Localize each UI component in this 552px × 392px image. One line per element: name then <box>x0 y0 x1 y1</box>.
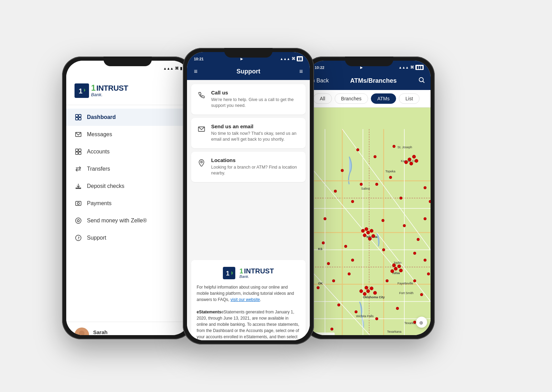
nav-item-accounts[interactable]: Accounts <box>66 143 189 160</box>
notch-right <box>345 57 393 66</box>
back-button[interactable]: ‹ Back <box>313 78 329 84</box>
phone-left-screen: ▲▲▲ ⌘ ▮ 1 <box>66 61 189 335</box>
user-info: Sarah sarahtestaccount <box>93 329 172 335</box>
svg-point-94 <box>413 252 416 254</box>
svg-text:⊕: ⊕ <box>419 320 423 325</box>
nav-payments-label: Payments <box>87 200 111 207</box>
svg-point-81 <box>334 190 337 192</box>
svg-point-15 <box>76 235 81 241</box>
info-logo: 1 1 INTRUST Bank. <box>197 267 300 279</box>
svg-text:KS: KS <box>318 247 323 250</box>
svg-point-60 <box>372 234 375 238</box>
hamburger-icon-left[interactable]: ≡ <box>194 68 198 75</box>
svg-marker-1 <box>84 88 86 92</box>
nav-item-support[interactable]: Support <box>66 229 189 247</box>
svg-point-63 <box>361 229 365 232</box>
svg-point-115 <box>424 259 426 261</box>
info-link[interactable]: visit our website <box>230 297 260 302</box>
payments-icon <box>75 200 82 207</box>
battery-icon-center: ▮▮ <box>297 56 303 61</box>
nav-zelle-label: Send money with Zelle® <box>87 218 147 224</box>
support-card-email[interactable]: Send us an email No time to talk now? Th… <box>191 118 306 148</box>
atm-screen: All Branches ATMs List <box>308 90 431 335</box>
battery-icon-right: ▮▮▮ <box>415 65 424 70</box>
nav-menu: Dashboard Messages <box>66 105 189 322</box>
svg-text:Oklahoma City: Oklahoma City <box>363 295 385 299</box>
support-card-call[interactable]: Call us We're here to help. Give us a ca… <box>191 84 306 114</box>
chevron-down-icon[interactable]: ⌄ <box>177 332 181 335</box>
user-section[interactable]: Sarah sarahtestaccount ⌄ <box>66 322 189 335</box>
svg-point-73 <box>399 269 403 272</box>
info-logo-text: 1 INTRUST Bank. <box>239 268 274 279</box>
status-icons-center: ▲▲▲ ⌘ ▮▮ <box>280 56 303 61</box>
info-intrust: INTRUST <box>244 268 274 274</box>
tab-all[interactable]: All <box>313 93 332 104</box>
support-card-locations[interactable]: Locations Looking for a branch or ATM? F… <box>191 152 306 182</box>
info-text-2: . <box>260 297 261 302</box>
svg-point-85 <box>324 217 326 220</box>
svg-text:OK: OK <box>318 281 323 285</box>
svg-point-95 <box>337 303 340 306</box>
search-button[interactable] <box>418 77 425 85</box>
email-desc: No time to talk now? That's okay, send u… <box>211 131 300 143</box>
svg-point-105 <box>424 186 426 189</box>
hamburger-icon-right[interactable]: ≡ <box>299 68 303 75</box>
nav-item-messages[interactable]: Messages <box>66 126 189 143</box>
tab-branches[interactable]: Branches <box>335 93 368 104</box>
support-icon <box>75 234 82 242</box>
svg-point-82 <box>351 200 354 203</box>
svg-line-24 <box>423 81 424 83</box>
status-icons-right: ▲▲▲ ⌘ ▮▮▮ <box>398 65 424 70</box>
support-items-list: Call us We're here to help. Give us a ca… <box>187 80 310 257</box>
nav-item-transfers[interactable]: Transfers <box>66 160 189 178</box>
nav-deposit-label: Deposit checks <box>87 183 125 189</box>
nav-item-deposit[interactable]: Deposit checks <box>66 178 189 195</box>
svg-point-76 <box>412 155 416 158</box>
svg-point-110 <box>400 197 402 199</box>
nav-item-zelle[interactable]: Send money with Zelle® <box>66 212 189 229</box>
svg-point-88 <box>403 224 406 227</box>
svg-point-113 <box>351 259 354 261</box>
accounts-icon <box>75 148 82 155</box>
sidebar-menu: 1 1 INTRUST Bank. <box>66 73 189 335</box>
svg-point-97 <box>375 317 378 320</box>
email-title: Send us an email <box>211 123 300 129</box>
svg-rect-10 <box>79 152 81 154</box>
phone-right-screen: 10:22 ▶ ▲▲▲ ⌘ ▮▮▮ ‹ Back ATMs/Branches <box>308 61 431 335</box>
phone-center-screen: 10:21 ▶ ▲▲▲ ⌘ ▮▮ ≡ Support ≡ <box>187 52 310 340</box>
svg-point-103 <box>413 321 416 323</box>
svg-point-83 <box>375 183 378 185</box>
svg-point-116 <box>360 183 363 185</box>
svg-text:Wichita Falls: Wichita Falls <box>356 314 374 318</box>
svg-point-108 <box>374 155 376 158</box>
map-svg: KS OK St. Joseph Kansas City Topeka Sali… <box>308 108 431 335</box>
nav-item-payments[interactable]: Payments <box>66 195 189 212</box>
nav-item-dashboard[interactable]: Dashboard <box>66 109 189 126</box>
svg-point-104 <box>322 241 325 244</box>
svg-point-71 <box>397 264 401 268</box>
logo-icon: 1 <box>75 83 89 98</box>
svg-text:Fort Smith: Fort Smith <box>399 291 414 294</box>
support-card-email-content: Send us an email No time to talk now? Th… <box>211 123 300 143</box>
svg-point-80 <box>341 169 344 172</box>
phone-center: 10:21 ▶ ▲▲▲ ⌘ ▮▮ ≡ Support ≡ <box>183 48 314 344</box>
nav-messages-label: Messages <box>87 131 112 138</box>
svg-point-99 <box>420 293 423 296</box>
svg-rect-5 <box>79 118 81 120</box>
atm-header: ‹ Back ATMs/Branches <box>308 73 431 90</box>
svg-point-57 <box>366 231 370 234</box>
logo-intrust: INTRUST <box>96 84 128 92</box>
tab-atms[interactable]: ATMs <box>371 93 396 104</box>
svg-point-89 <box>417 238 420 241</box>
svg-point-96 <box>355 310 357 313</box>
tab-list[interactable]: List <box>399 93 420 104</box>
map-container: KS OK St. Joseph Kansas City Topeka Sali… <box>308 108 431 335</box>
svg-text:Topeka: Topeka <box>385 169 395 173</box>
svg-point-86 <box>344 245 347 248</box>
svg-point-98 <box>396 307 399 310</box>
svg-text:Salina: Salina <box>361 187 370 190</box>
svg-point-12 <box>77 202 79 204</box>
svg-point-58 <box>370 229 373 232</box>
deposit-icon <box>75 182 82 190</box>
support-card-call-content: Call us We're here to help. Give us a ca… <box>211 90 300 109</box>
